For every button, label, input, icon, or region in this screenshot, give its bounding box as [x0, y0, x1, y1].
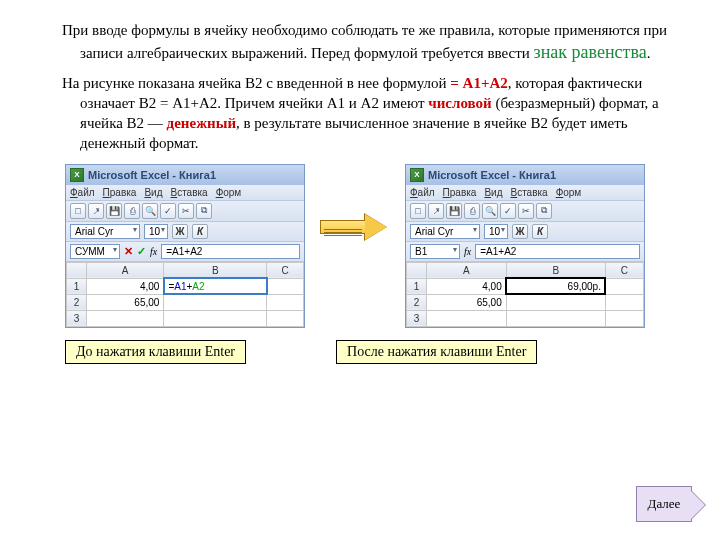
- caption-before: До нажатия клавиши Enter: [65, 340, 246, 364]
- menu-format[interactable]: Форм: [556, 187, 582, 198]
- col-header-c[interactable]: C: [267, 262, 304, 278]
- cell-b1[interactable]: 69,00р.: [506, 278, 605, 294]
- fontsize-combo[interactable]: 10: [484, 224, 508, 239]
- row-header-1[interactable]: 1: [67, 278, 87, 294]
- cell-b3[interactable]: [164, 310, 267, 326]
- cancel-icon[interactable]: ✕: [124, 245, 133, 258]
- formula-input[interactable]: =A1+A2: [161, 244, 300, 259]
- cut-icon[interactable]: ✂: [518, 203, 534, 219]
- cell-b2[interactable]: [164, 294, 267, 310]
- corner-cell[interactable]: [407, 262, 427, 278]
- para2-t1: На рисунке показана ячейка В2 с введенно…: [62, 75, 450, 91]
- formulabar: СУММ ✕ ✓ fx =A1+A2: [66, 242, 304, 262]
- screenshots-row: X Microsoft Excel - Книга1 Файл Правка В…: [40, 164, 690, 328]
- cell-a1[interactable]: 4,00: [87, 278, 164, 294]
- excel-after: X Microsoft Excel - Книга1 Файл Правка В…: [405, 164, 645, 328]
- print-icon[interactable]: ⎙: [124, 203, 140, 219]
- menu-edit[interactable]: Правка: [103, 187, 137, 198]
- cell-a3[interactable]: [427, 310, 507, 326]
- para1-text3: .: [647, 45, 651, 61]
- menu-edit[interactable]: Правка: [443, 187, 477, 198]
- name-box[interactable]: СУММ: [70, 244, 120, 259]
- formulabar: B1 fx =A1+A2: [406, 242, 644, 262]
- grid: A B C 1 4,00 69,00р. 2 65,00 3: [406, 262, 644, 327]
- col-header-b[interactable]: B: [506, 262, 605, 278]
- cell-c1[interactable]: [267, 278, 304, 294]
- titlebar: X Microsoft Excel - Книга1: [406, 165, 644, 185]
- preview-icon[interactable]: 🔍: [482, 203, 498, 219]
- italic-button[interactable]: К: [532, 224, 548, 239]
- para2-currency: денежный: [167, 115, 236, 131]
- cell-b2[interactable]: [506, 294, 605, 310]
- row-header-2[interactable]: 2: [407, 294, 427, 310]
- italic-button[interactable]: К: [192, 224, 208, 239]
- para2-formula: = А1+А2: [450, 75, 508, 91]
- menu-file[interactable]: Файл: [70, 187, 95, 198]
- excel-before: X Microsoft Excel - Книга1 Файл Правка В…: [65, 164, 305, 328]
- cell-a2[interactable]: 65,00: [427, 294, 507, 310]
- menu-insert[interactable]: Вставка: [170, 187, 207, 198]
- col-header-b[interactable]: B: [164, 262, 267, 278]
- cell-c2[interactable]: [605, 294, 643, 310]
- font-combo[interactable]: Arial Cyr: [410, 224, 480, 239]
- spell-icon[interactable]: ✓: [160, 203, 176, 219]
- menu-format[interactable]: Форм: [216, 187, 242, 198]
- window-title: Microsoft Excel - Книга1: [88, 169, 216, 181]
- cell-a1[interactable]: 4,00: [427, 278, 507, 294]
- spell-icon[interactable]: ✓: [500, 203, 516, 219]
- cell-b3[interactable]: [506, 310, 605, 326]
- fx-icon[interactable]: fx: [464, 246, 471, 257]
- col-header-a[interactable]: A: [87, 262, 164, 278]
- open-icon[interactable]: ⭷: [88, 203, 104, 219]
- col-header-a[interactable]: A: [427, 262, 507, 278]
- cell-c3[interactable]: [605, 310, 643, 326]
- cell-c2[interactable]: [267, 294, 304, 310]
- row-header-3[interactable]: 3: [407, 310, 427, 326]
- copy-icon[interactable]: ⧉: [536, 203, 552, 219]
- captions-row: До нажатия клавиши Enter После нажатия к…: [40, 340, 690, 364]
- cut-icon[interactable]: ✂: [178, 203, 194, 219]
- paragraph-1: При вводе формулы в ячейку необходимо со…: [40, 20, 690, 65]
- arrow-wrap: [315, 214, 395, 240]
- window-title: Microsoft Excel - Книга1: [428, 169, 556, 181]
- preview-icon[interactable]: 🔍: [142, 203, 158, 219]
- grid: A B C 1 4,00 =A1+A2 2 65,00 3: [66, 262, 304, 327]
- new-icon[interactable]: □: [70, 203, 86, 219]
- menubar: Файл Правка Вид Вставка Форм: [406, 185, 644, 201]
- row-header-2[interactable]: 2: [67, 294, 87, 310]
- enter-icon[interactable]: ✓: [137, 245, 146, 258]
- save-icon[interactable]: 💾: [106, 203, 122, 219]
- cell-a2[interactable]: 65,00: [87, 294, 164, 310]
- next-label: Далее: [648, 496, 681, 512]
- menu-view[interactable]: Вид: [144, 187, 162, 198]
- menu-file[interactable]: Файл: [410, 187, 435, 198]
- print-icon[interactable]: ⎙: [464, 203, 480, 219]
- row-header-3[interactable]: 3: [67, 310, 87, 326]
- font-combo[interactable]: Arial Cyr: [70, 224, 140, 239]
- save-icon[interactable]: 💾: [446, 203, 462, 219]
- fontsize-combo[interactable]: 10: [144, 224, 168, 239]
- menubar: Файл Правка Вид Вставка Форм: [66, 185, 304, 201]
- row-header-1[interactable]: 1: [407, 278, 427, 294]
- new-icon[interactable]: □: [410, 203, 426, 219]
- next-button[interactable]: Далее: [636, 486, 692, 522]
- col-header-c[interactable]: C: [605, 262, 643, 278]
- name-box[interactable]: B1: [410, 244, 460, 259]
- cell-c1[interactable]: [605, 278, 643, 294]
- cell-c3[interactable]: [267, 310, 304, 326]
- excel-icon: X: [410, 168, 424, 182]
- copy-icon[interactable]: ⧉: [196, 203, 212, 219]
- fx-icon[interactable]: fx: [150, 246, 157, 257]
- menu-view[interactable]: Вид: [484, 187, 502, 198]
- cell-b1-editing[interactable]: =A1+A2: [164, 278, 267, 294]
- corner-cell[interactable]: [67, 262, 87, 278]
- menu-insert[interactable]: Вставка: [510, 187, 547, 198]
- open-icon[interactable]: ⭷: [428, 203, 444, 219]
- cell-a3[interactable]: [87, 310, 164, 326]
- fontbar: Arial Cyr 10 Ж К: [66, 222, 304, 242]
- fontbar: Arial Cyr 10 Ж К: [406, 222, 644, 242]
- bold-button[interactable]: Ж: [172, 224, 188, 239]
- bold-button[interactable]: Ж: [512, 224, 528, 239]
- formula-input[interactable]: =A1+A2: [475, 244, 640, 259]
- toolbar: □ ⭷ 💾 ⎙ 🔍 ✓ ✂ ⧉: [66, 201, 304, 222]
